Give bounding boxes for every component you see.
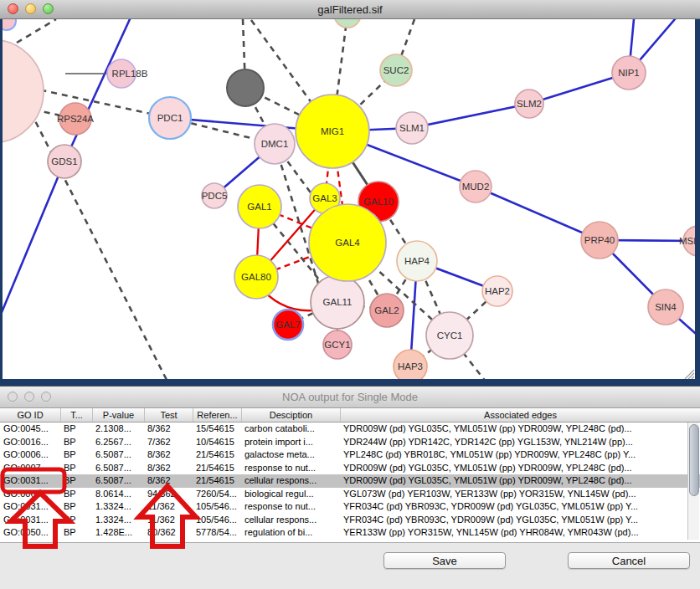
table-cell: response to nut... <box>241 500 340 514</box>
table-cell: YFR034C (pd) YBR093C, YDR009W (pd) YGL03… <box>340 500 700 514</box>
graph-node-label: SLM1 <box>399 123 425 133</box>
network-window-title: galFiltered.sif <box>317 3 382 16</box>
zoom-button[interactable] <box>43 3 54 14</box>
table-cell: BP <box>60 514 92 527</box>
graph-node-label: MSL1 <box>679 236 695 246</box>
table-cell: GO:0031... <box>0 474 60 488</box>
graph-node-label: PDC5 <box>202 191 228 201</box>
table-row[interactable]: GO:0065...BP8.0614...94/3627260/54...bio… <box>0 488 700 501</box>
graph-node-label: GAL2 <box>374 305 399 315</box>
table-cell: 10/54615 <box>193 436 241 449</box>
table-cell: cellular respons... <box>241 514 340 527</box>
graph-edge[interactable] <box>64 19 130 161</box>
table-cell: 8/362 <box>144 474 193 488</box>
table-cell: BP <box>60 462 92 475</box>
table-cell: 6.5087... <box>92 448 144 462</box>
resize-grip-icon[interactable] <box>685 370 694 379</box>
table-row[interactable]: GO:0050...BP1.428E...80/3625778/54...reg… <box>0 526 700 540</box>
table-cell: 1.428E... <box>92 526 144 540</box>
column-header[interactable]: Associated edges <box>340 408 700 422</box>
table-cell: 105/546... <box>193 514 241 527</box>
graph-node-label: SIN4 <box>655 302 677 312</box>
graph-edge[interactable] <box>17 19 56 43</box>
table-cell: protein import i... <box>241 436 340 449</box>
table-cell: GO:0016... <box>0 436 60 449</box>
cancel-button[interactable]: Cancel <box>568 552 690 569</box>
table-cell: YDR009W (pd) YGL035C, YML051W (pp) YDR00… <box>340 474 700 488</box>
graph-node-label: PRP40 <box>584 235 615 245</box>
table-cell: 7260/54... <box>193 488 241 501</box>
table-cell: YER133W (pp) YOR315W, YNL145W (pd) YHR08… <box>340 526 700 540</box>
table-cell: 11/362 <box>144 514 193 527</box>
table-cell: GO:0050... <box>0 526 60 540</box>
column-header[interactable]: P-value <box>92 408 144 422</box>
table-cell: YDR009W (pd) YGL035C, YML051W (pp) YDR00… <box>340 423 700 436</box>
graph-node-label: GAL11 <box>323 297 353 307</box>
table-cell: 6.5087... <box>92 462 144 475</box>
scrollbar-thumb[interactable] <box>689 424 699 496</box>
graph-node-label: GAL1 <box>247 202 271 212</box>
graph-node[interactable] <box>3 19 16 30</box>
table-row[interactable]: GO:0031...BP6.5087...8/36221/54615cellul… <box>0 474 700 488</box>
table-cell: YDR244W (pp) YDR142C, YDR142C (pp) YGL15… <box>340 436 700 449</box>
table-cell: 8/362 <box>144 448 193 462</box>
graph-node-label: GAL4 <box>335 238 360 248</box>
table-cell: 21/54615 <box>193 462 241 475</box>
table-cell: BP <box>60 526 92 540</box>
table-cell: 6.5087... <box>92 474 144 488</box>
table-cell: GO:0045... <box>0 423 60 436</box>
table-cell: carbon cataboli... <box>241 423 340 436</box>
graph-node-label: MUD2 <box>462 182 490 192</box>
table-row[interactable]: GO:0031...BP1.3324...11/362105/546...cel… <box>0 514 700 527</box>
table-cell: BP <box>60 423 92 436</box>
table-cell: 11/362 <box>144 500 193 514</box>
close-button[interactable] <box>8 3 18 14</box>
graph-node-label: HAP2 <box>485 286 510 296</box>
graph-node-label: GCY1 <box>324 340 350 350</box>
column-header[interactable]: GO ID <box>0 408 60 422</box>
graph-node[interactable] <box>227 69 264 106</box>
table-cell: 8/362 <box>144 462 193 475</box>
graph-edge[interactable] <box>476 187 600 240</box>
graph-node-label: RPL18B <box>112 69 148 79</box>
zoom-button[interactable] <box>41 392 51 402</box>
table-cell: 1.3324... <box>92 500 144 514</box>
graph-edge[interactable] <box>3 161 64 316</box>
table-cell: 15/54615 <box>193 423 241 436</box>
graph-node-label: HAP4 <box>404 256 430 266</box>
table-body: GO:0045...BP2.1308...8/36215/54615carbon… <box>0 423 700 540</box>
graph-node-label: GDS1 <box>51 156 77 166</box>
table-row[interactable]: GO:0007...BP6.5087...8/36221/54615respon… <box>0 462 700 475</box>
table-cell: regulation of bi... <box>241 526 340 540</box>
noa-window-titlebar[interactable]: NOA output for Single Mode <box>0 387 700 408</box>
table-row[interactable]: GO:0006...BP6.5087...8/36221/54615galact… <box>0 448 700 462</box>
table-cell: GO:0065... <box>0 488 60 501</box>
graph-node[interactable] <box>334 19 361 28</box>
vertical-scrollbar[interactable] <box>687 423 699 540</box>
table-row[interactable]: GO:0045...BP2.1308...8/36215/54615carbon… <box>0 423 700 436</box>
graph-edge[interactable] <box>412 104 529 128</box>
close-button[interactable] <box>8 392 18 402</box>
column-header[interactable]: Test <box>144 408 193 422</box>
network-window-titlebar[interactable]: galFiltered.sif <box>0 0 700 19</box>
graph-edge[interactable] <box>21 93 167 379</box>
table-row[interactable]: GO:0016...BP6.2567...7/36210/54615protei… <box>0 436 700 449</box>
table-cell: 80/362 <box>144 526 193 540</box>
save-button[interactable]: Save <box>383 552 506 569</box>
table-row[interactable]: GO:0031...BP1.3324...11/362105/546...res… <box>0 500 700 514</box>
network-canvas[interactable]: RPL18BRPS24AGDS1PDC1DMC1MIG1SUC2SLM1SLM2… <box>3 19 695 379</box>
column-header[interactable]: Referen... <box>193 408 241 422</box>
minimize-button[interactable] <box>24 392 34 402</box>
table-cell: 94/362 <box>144 488 193 501</box>
column-header[interactable]: Desciption <box>241 408 340 422</box>
column-header[interactable]: T... <box>60 408 92 422</box>
graph-node-label: GAL80 <box>241 272 271 282</box>
window-controls-inactive <box>8 392 51 402</box>
minimize-button[interactable] <box>25 3 36 14</box>
graph-node-label: SLM2 <box>517 99 542 109</box>
graph-node-label: CYC1 <box>437 330 463 341</box>
graph-node-label: SUC2 <box>383 65 409 75</box>
table-cell: 6.2567... <box>92 436 144 449</box>
table-cell: GO:0031... <box>0 514 60 527</box>
graph-node-label: MIG1 <box>321 126 344 136</box>
